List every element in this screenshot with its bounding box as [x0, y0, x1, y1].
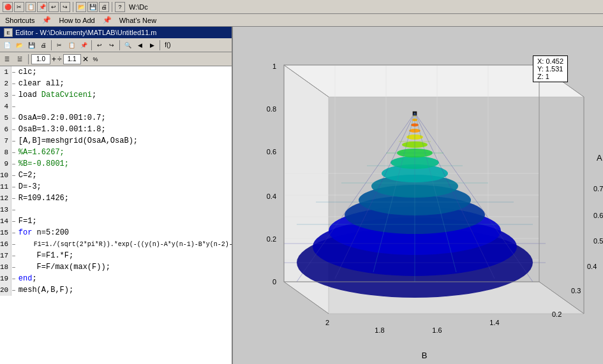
line-number: 16 — [0, 238, 11, 250]
tooltip-y: Y: 1.531 — [537, 65, 563, 73]
editor-toolbar2: ☰ ☱ + ÷ ✕ % — [0, 52, 232, 66]
line-number: 18 — [0, 261, 11, 273]
icon-cut[interactable]: ✂ — [14, 2, 24, 12]
line-number: 1 — [0, 66, 11, 78]
ed-search[interactable]: 🔍 — [122, 40, 133, 51]
table-row: 19 – end; — [0, 273, 232, 284]
ed-cut[interactable]: ✂ — [54, 40, 65, 51]
line-code[interactable]: %B=-0.8001; — [16, 158, 232, 170]
icon-help[interactable]: ? — [115, 2, 125, 12]
font-input[interactable] — [31, 54, 50, 64]
line-code[interactable]: F=1; — [16, 215, 232, 227]
a-axis-label-07: 0.7 — [593, 185, 603, 193]
line-code[interactable]: C=2; — [16, 170, 232, 181]
line-dash: – — [11, 147, 16, 158]
line-dash: – — [11, 261, 16, 273]
line-number: 8 — [0, 147, 11, 158]
line-code[interactable]: D=-3; — [16, 181, 232, 193]
menu-whats-new[interactable]: What's New — [117, 17, 159, 24]
table-row: 10 – C=2; — [0, 170, 232, 181]
ed-sep5 — [28, 54, 29, 64]
line-code[interactable]: load DataCviceni; — [16, 89, 232, 101]
a-axis-label-02: 0.2 — [552, 310, 562, 318]
icon-copy[interactable]: 📋 — [26, 2, 36, 12]
ed-redo[interactable]: ↪ — [106, 40, 117, 51]
ed-sep2 — [91, 40, 92, 50]
icon-paste[interactable]: 📌 — [37, 2, 47, 12]
line-number: 20 — [0, 284, 11, 296]
line-code[interactable]: clc; — [16, 66, 232, 78]
font-plus[interactable]: + — [52, 55, 56, 64]
ed-paste[interactable]: 📌 — [78, 40, 89, 51]
line-dash: – — [11, 66, 16, 78]
path-label: W:\Dc — [129, 3, 148, 11]
icon-redo[interactable]: ↪ — [60, 2, 70, 12]
line-dash: – — [11, 215, 16, 227]
table-row: 5 – OsaA=0.2:0.001:0.7; — [0, 112, 232, 124]
line-code[interactable]: clear all; — [16, 78, 232, 89]
line-number: 9 — [0, 158, 11, 170]
ed-save[interactable]: 💾 — [26, 40, 37, 51]
ed-open[interactable]: 📂 — [13, 40, 25, 51]
line-code[interactable] — [16, 101, 232, 112]
top-icons: 🔴 ✂ 📋 📌 ↩ ↪ 📂 💾 🖨 ? — [3, 2, 125, 12]
line-code[interactable]: OsaA=0.2:0.001:0.7; — [16, 112, 232, 124]
line-dash: – — [11, 135, 16, 147]
ed-new[interactable]: 📄 — [1, 40, 13, 51]
ed-run[interactable]: f() — [162, 40, 174, 51]
ed-percent[interactable]: % — [90, 54, 101, 65]
line-code[interactable]: end; — [16, 273, 232, 284]
ed-unindent[interactable]: ☱ — [14, 54, 26, 65]
table-row: 11 – D=-3; — [0, 181, 232, 193]
a-axis-label-03: 0.3 — [571, 287, 581, 295]
line-dash: – — [11, 158, 16, 170]
line-code[interactable]: %A=1.6267; — [16, 147, 232, 158]
line-code[interactable]: R=109.1426; — [16, 193, 232, 204]
table-row: 7 – [A,B]=meshgrid(OsaA,OsaB); — [0, 135, 232, 147]
line-code[interactable]: F=F1.*F; — [16, 250, 232, 261]
ed-indent[interactable]: ☰ — [1, 54, 13, 65]
ed-back[interactable]: ◀ — [134, 40, 145, 51]
ed-copy[interactable]: 📋 — [66, 40, 77, 51]
table-row: 12 – R=109.1426; — [0, 193, 232, 204]
line-number: 13 — [0, 204, 11, 215]
menu-how-to-add[interactable]: How to Add — [56, 17, 97, 24]
a-axis-label-06: 0.6 — [593, 212, 603, 219]
menu-bar: Shortcuts 📌 How to Add 📌 What's New — [0, 14, 603, 27]
line-code[interactable]: [A,B]=meshgrid(OsaA,OsaB); — [16, 135, 232, 147]
line-dash: – — [11, 284, 16, 296]
line-dash: – — [11, 238, 16, 250]
y-axis-label-1: 1 — [272, 62, 276, 70]
table-row: 2 – clear all; — [0, 78, 232, 89]
icon-open[interactable]: 📂 — [76, 2, 86, 12]
icon-undo[interactable]: ↩ — [48, 2, 59, 12]
line-code[interactable]: F1=1./(sqrt(2*pi*R)).*exp(-((y(n)-A*y(n-… — [16, 238, 232, 250]
line-code[interactable]: OsaB=1.3:0.001:1.8; — [16, 124, 232, 135]
size-close[interactable]: ✕ — [82, 55, 89, 64]
font-div: ÷ — [57, 55, 62, 64]
ed-print[interactable]: 🖨 — [38, 40, 49, 51]
line-number: 19 — [0, 273, 11, 284]
table-row: 9 – %B=-0.8001; — [0, 158, 232, 170]
line-code[interactable]: for n=5:200 — [16, 227, 232, 238]
line-code[interactable]: mesh(A,B,F); — [16, 284, 232, 296]
plot-area: X: 0.452 Y: 1.531 Z: 1 — [233, 27, 603, 364]
size-input[interactable] — [63, 54, 81, 64]
top-toolbar: 🔴 ✂ 📋 📌 ↩ ↪ 📂 💾 🖨 ? W:\Dc — [0, 0, 603, 14]
b-axis-label-14: 1.4 — [489, 319, 499, 326]
a-axis-title: A — [597, 153, 602, 163]
b-axis-label-18: 1.8 — [375, 326, 384, 334]
ed-sep3 — [119, 40, 120, 50]
line-code[interactable]: F=F/max(max(F)); — [16, 261, 232, 273]
icon-save[interactable]: 💾 — [87, 2, 98, 12]
code-table: 1 – clc; 2 – clear all; 3 – load DataCvi… — [0, 66, 232, 296]
line-dash: – — [11, 181, 16, 193]
ed-fwd[interactable]: ▶ — [146, 40, 158, 51]
icon-matlab[interactable]: 🔴 — [3, 2, 13, 12]
icon-print[interactable]: 🖨 — [99, 2, 109, 12]
line-code[interactable] — [16, 204, 232, 215]
ed-undo[interactable]: ↩ — [94, 40, 105, 51]
menu-shortcuts[interactable]: Shortcuts — [3, 17, 37, 24]
code-editor[interactable]: 1 – clc; 2 – clear all; 3 – load DataCvi… — [0, 66, 232, 364]
line-dash: – — [11, 124, 16, 135]
